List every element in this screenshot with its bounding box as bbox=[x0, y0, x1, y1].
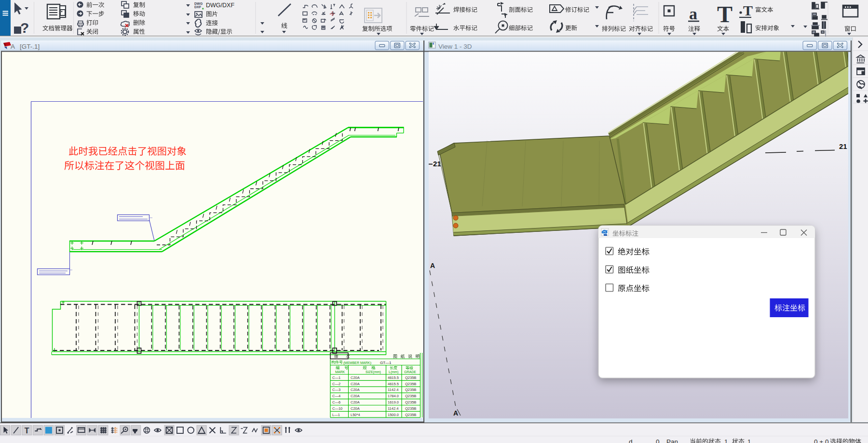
svg-text:A: A bbox=[453, 409, 458, 417]
svg-text:1142.4: 1142.4 bbox=[388, 406, 398, 411]
svg-text:C—4: C—4 bbox=[332, 394, 340, 398]
svg-text:Q235B: Q235B bbox=[405, 394, 416, 398]
svg-text:a: a bbox=[689, 5, 697, 23]
svg-text:L—1: L—1 bbox=[332, 413, 340, 417]
svg-text:Q235B: Q235B bbox=[405, 406, 416, 411]
svg-text:C20A: C20A bbox=[351, 394, 360, 398]
svg-text:[GT-.1]: [GT-.1] bbox=[20, 43, 40, 50]
svg-text:A: A bbox=[11, 43, 15, 50]
svg-text:C20A: C20A bbox=[351, 406, 360, 411]
svg-text:T: T bbox=[25, 427, 29, 435]
svg-text:T: T bbox=[717, 1, 732, 27]
svg-text:C—6: C—6 bbox=[332, 400, 340, 404]
svg-text:DWG: DWG bbox=[194, 2, 203, 5]
svg-text:MARK: MARK bbox=[335, 370, 345, 374]
svg-text:C20A: C20A bbox=[351, 400, 360, 404]
svg-text:4615.5: 4615.5 bbox=[388, 382, 399, 386]
svg-text:C—10: C—10 bbox=[332, 406, 342, 411]
svg-text:Q235B: Q235B bbox=[405, 376, 416, 380]
svg-text:C—2: C—2 bbox=[332, 382, 340, 386]
svg-text:A: A bbox=[430, 262, 435, 269]
svg-text:Q235B: Q235B bbox=[405, 388, 416, 392]
svg-text:21: 21 bbox=[839, 142, 847, 150]
svg-text:View 1 - 3D: View 1 - 3D bbox=[438, 43, 472, 50]
svg-text:1619.0: 1619.0 bbox=[388, 400, 399, 404]
svg-text:C20A: C20A bbox=[351, 382, 360, 386]
svg-text:C—3: C—3 bbox=[332, 388, 340, 392]
svg-text:GRADE: GRADE bbox=[404, 370, 416, 374]
svg-text:Pan: Pan bbox=[666, 438, 678, 443]
svg-text:DWG/DXF: DWG/DXF bbox=[206, 2, 234, 9]
svg-text:L50*4: L50*4 bbox=[351, 413, 360, 417]
svg-text:1142.4: 1142.4 bbox=[388, 388, 398, 392]
svg-text:DXF: DXF bbox=[194, 5, 202, 9]
svg-text:C—1: C—1 bbox=[332, 376, 340, 380]
svg-text:C20A: C20A bbox=[351, 376, 360, 380]
svg-text:21: 21 bbox=[433, 160, 441, 168]
svg-text:Q235B: Q235B bbox=[405, 382, 416, 386]
svg-text:1500.0: 1500.0 bbox=[388, 413, 399, 417]
svg-text:L(mm): L(mm) bbox=[389, 370, 398, 374]
svg-text:1784.0: 1784.0 bbox=[388, 394, 399, 398]
svg-text:0 + 0: 0 + 0 bbox=[814, 438, 828, 443]
svg-text:?: ? bbox=[20, 20, 29, 36]
svg-text:Q235B: Q235B bbox=[405, 400, 416, 404]
svg-text:d: d bbox=[629, 438, 633, 443]
svg-text:0: 0 bbox=[656, 438, 660, 443]
svg-text:1: 1 bbox=[724, 438, 728, 443]
svg-text:1: 1 bbox=[747, 438, 751, 443]
svg-text:(MEMBER MARK):: (MEMBER MARK): bbox=[343, 361, 372, 365]
svg-text:T: T bbox=[743, 2, 753, 18]
svg-text:Q235B: Q235B bbox=[405, 413, 416, 417]
svg-text:SIZE(mm): SIZE(mm) bbox=[366, 370, 381, 374]
svg-text:GT—1: GT—1 bbox=[380, 361, 392, 365]
svg-text:C20A: C20A bbox=[351, 388, 360, 392]
svg-text:4615.5: 4615.5 bbox=[388, 376, 399, 380]
